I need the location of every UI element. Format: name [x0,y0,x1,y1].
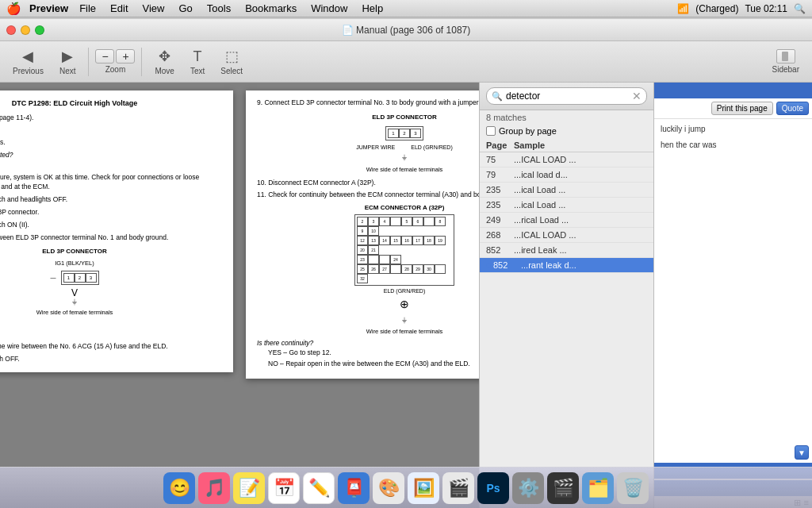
menu-tools[interactable]: Tools [201,1,237,16]
menu-file[interactable]: File [73,1,102,16]
search-input[interactable] [506,90,629,102]
pdf-viewer[interactable]: DTC P1298: ELD Circuit High Voltage Rese… [0,83,479,508]
dock-icon-finder[interactable]: 😊 [163,472,195,504]
wifi-icon: 📶 [677,3,689,14]
connector1-diagram: IG1 (BLK/YEL) — 1 2 3 [0,260,222,306]
connector2-diagram: 1 2 3 JUMPER WIRE ELD (GRN/RED) ⏚ [257,125,479,163]
result-sample: ...ical Load ... [514,185,647,194]
result-page: 249 [486,215,514,225]
pdf-title: DTC P1298: ELD Circuit High Voltage [0,98,222,109]
menu-go[interactable]: Go [172,1,198,16]
maximize-button[interactable] [35,25,44,35]
result-sample: ...ICAL LOAD ... [514,155,647,164]
dock-icon-notes[interactable]: 📝 [233,472,265,504]
quote-button[interactable]: Quote [776,102,809,115]
minimize-button[interactable] [21,25,30,35]
window-controls [6,25,44,35]
forum-scroll-btn[interactable]: ▼ [795,445,809,460]
pdf-yes-1: YES – Go to step 4. [0,162,222,171]
sidebar-button[interactable]: Sidebar [766,49,806,74]
down-arrow-icon: ▼ [798,448,806,457]
menu-help[interactable]: Help [355,1,389,16]
select-button[interactable]: ⬚ Select [214,48,249,75]
cell-2b: 2 [399,129,410,138]
pdf-page-right: 9. Connect ELD 3P connector terminal No.… [246,90,479,379]
print-button[interactable]: Print this page [711,102,773,115]
dock-icon-quicktime[interactable]: 🎬 [442,472,474,504]
menu-view[interactable]: View [136,1,171,16]
dock-icon-calendar[interactable]: 📅 [268,472,300,504]
menu-window[interactable]: Window [304,1,354,16]
eld-grn-red-label: ELD (GRN/RED) [411,144,453,152]
pdf-yes-2: YES Go to step 8. [0,331,222,341]
prev-button[interactable]: ◀ Previous [6,48,50,75]
forum-content: luckily i jump hen the car was [654,119,812,442]
result-row[interactable]: 852...ired Leak ... [480,243,653,258]
preview-window: 📄 Manual (page 306 of 1087) ◀ Previous ▶… [0,19,812,508]
results-header: Page Sample [480,139,653,152]
result-row[interactable]: 235...ical Load ... [480,198,653,213]
separator-1 [88,48,89,76]
result-row[interactable]: 268...ICAL LOAD ... [480,228,653,243]
group-by-checkbox[interactable] [486,126,496,136]
result-row[interactable]: 852...rant leak d... [480,258,653,273]
dock-icon-ps[interactable]: Ps [477,472,509,504]
dock-icon-3[interactable]: 🎨 [373,472,404,504]
move-button[interactable]: ✥ Move [148,48,180,75]
forum-text-2: hen the car was [661,140,806,151]
result-row[interactable]: 75...ICAL LOAD ... [480,152,653,167]
search-menubar-icon[interactable]: 🔍 [794,3,806,14]
result-row[interactable]: 79...ical load d... [480,167,653,183]
dock-icon-trash[interactable]: 🗑️ [617,472,649,504]
ecm-diagram: 2 3 4 5 6 8 9 10 [257,214,479,325]
dock-icon-mail[interactable]: 📮 [338,472,370,504]
dock-icon-media[interactable]: 🎬 [547,472,579,504]
cell-1: 1 [63,273,75,283]
result-sample: ...ired Leak ... [514,245,647,255]
result-page: 235 [486,200,514,210]
move-icon: ✥ [159,48,170,65]
result-page: 852 [486,245,514,255]
wire-label-2: Wire side of female terminals [257,166,479,175]
ecm-connector-title: ECM CONNECTOR A (32P) [257,203,479,212]
pdf-steps-list: Reset the ECM (see page 11-4). Start the… [0,114,222,148]
dock-icon-prefs[interactable]: ⚙️ [512,472,544,504]
pdf-step-2: Start the engine. [0,125,222,135]
zoom-in-button[interactable]: + [116,49,135,64]
text-button[interactable]: T Text [184,48,211,75]
dock-icon-texteditor[interactable]: ✏️ [303,472,335,504]
pdf-yes-3: YES – Go to step 12. [268,348,479,358]
pdf-step-10: 10. Disconnect ECM connector A (32P). [257,179,479,188]
text-icon: T [193,48,202,65]
apple-menu-icon[interactable]: 🍎 [6,2,21,16]
close-button[interactable] [6,25,16,35]
menu-edit[interactable]: Edit [104,1,134,16]
result-row[interactable]: 235...ical Load ... [480,183,653,198]
zoom-out-button[interactable]: − [95,49,114,64]
result-page: 235 [486,185,514,194]
search-bar: 🔍 ✕ [480,83,653,110]
connector1-title: ELD 3P CONNECTOR [0,247,222,256]
result-row[interactable]: 249...rical Load ... [480,213,653,228]
cell-3: 3 [86,273,97,283]
forum-header [654,83,812,98]
forum-panel: Print this page Quote luckily i jump hen… [653,83,812,508]
dock: 😊 🎵 📝 📅 ✏️ 📮 🎨 🖼️ 🎬 Ps ⚙️ 🎬 🗂️ 🗑️ [0,467,812,508]
next-button[interactable]: ▶ Next [53,48,82,75]
cell-1b: 1 [388,129,399,138]
dock-icon-itunes[interactable]: 🎵 [198,472,230,504]
group-by-label: Group by page [499,126,557,136]
pdf-no-1: NO – Intermittent failure, system is OK … [0,173,222,192]
document-icon: 📄 [342,25,354,36]
sidebar-icon [776,49,795,64]
toolbar: ◀ Previous ▶ Next − + Zoom ✥ Move T Text… [0,41,812,83]
search-clear-button[interactable]: ✕ [632,90,642,102]
menu-bookmarks[interactable]: Bookmarks [239,1,303,16]
menubar: 🍎 Preview File Edit View Go Tools Bookma… [0,0,812,17]
cell-2: 2 [75,273,86,283]
dock-icon-preview[interactable]: 🖼️ [408,472,439,504]
dock-icon-folder[interactable]: 🗂️ [582,472,614,504]
wire-label-3: Wire side of female terminals [257,328,479,337]
next-arrow-icon: ▶ [62,48,73,65]
result-page: 268 [486,230,514,240]
